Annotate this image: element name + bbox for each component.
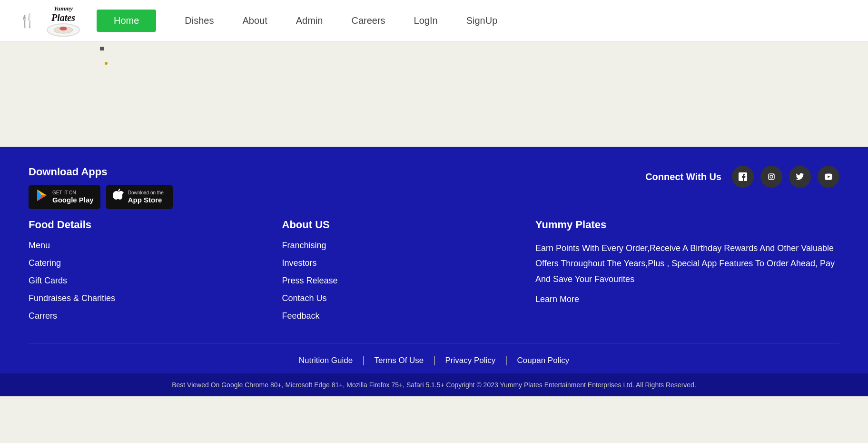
download-title: Download Apps xyxy=(29,166,173,178)
google-play-text: GET IT ON Google Play xyxy=(52,190,94,204)
app-badges: GET IT ON Google Play Download on the Ap… xyxy=(29,185,173,209)
dot-decoration-1 xyxy=(100,47,104,50)
about-link-feedback[interactable]: Feedback xyxy=(282,311,536,321)
about-col: About US Franchising Investors Press Rel… xyxy=(282,219,536,329)
twitter-icon[interactable] xyxy=(789,166,811,188)
download-section: Download Apps GET IT ON Google xyxy=(29,166,173,209)
nav-dishes[interactable]: Dishes xyxy=(185,15,214,26)
facebook-icon[interactable] xyxy=(732,166,754,188)
connect-title: Connect With Us xyxy=(645,171,721,182)
food-links: Menu Catering Gift Cards Fundraises & Ch… xyxy=(29,241,282,321)
google-play-icon xyxy=(35,189,49,205)
dot-decoration-2 xyxy=(105,62,108,65)
svg-point-2 xyxy=(59,27,67,30)
food-link-menu[interactable]: Menu xyxy=(29,241,282,251)
app-store-text: Download on the App Store xyxy=(128,190,164,204)
food-link-fundraises[interactable]: Fundraises & Charities xyxy=(29,293,282,303)
about-title: About US xyxy=(282,219,536,231)
about-link-investors[interactable]: Investors xyxy=(282,258,536,268)
logo-wrapper: Yummy Plates xyxy=(39,5,87,37)
terms-link[interactable]: Terms Of Use xyxy=(365,356,433,365)
home-button[interactable]: Home xyxy=(97,10,156,32)
food-details-title: Food Details xyxy=(29,219,282,231)
youtube-icon[interactable] xyxy=(818,166,839,188)
yummy-description: Earn Points With Every Order,Receive A B… xyxy=(535,241,839,287)
logo-main: Plates xyxy=(51,12,75,23)
svg-point-9 xyxy=(773,174,774,175)
footer: Download Apps GET IT ON Google xyxy=(0,147,868,373)
copyright-text: Best Viewed On Google Chrome 80+, Micros… xyxy=(172,381,696,389)
about-link-press[interactable]: Press Release xyxy=(282,276,536,286)
nav-careers[interactable]: Careers xyxy=(351,15,385,26)
nutrition-guide-link[interactable]: Nutrition Guide xyxy=(289,356,362,365)
nav-signup[interactable]: SignUp xyxy=(466,15,498,26)
food-link-carrers[interactable]: Carrers xyxy=(29,311,282,321)
yummy-title: Yummy Plates xyxy=(535,219,839,231)
yummy-col: Yummy Plates Earn Points With Every Orde… xyxy=(535,219,839,329)
main-content xyxy=(0,42,868,147)
about-links: Franchising Investors Press Release Cont… xyxy=(282,241,536,321)
copyright-bar: Best Viewed On Google Chrome 80+, Micros… xyxy=(0,373,868,396)
food-details-col: Food Details Menu Catering Gift Cards Fu… xyxy=(29,219,282,329)
svg-point-8 xyxy=(770,175,773,178)
food-link-giftcards[interactable]: Gift Cards xyxy=(29,276,282,286)
food-link-catering[interactable]: Catering xyxy=(29,258,282,268)
fork-knife-icon: 🍴 xyxy=(19,13,36,29)
logo-plate-svg xyxy=(47,23,80,37)
app-store-badge[interactable]: Download on the App Store xyxy=(106,185,173,209)
footer-bottom-links: Nutrition Guide | Terms Of Use | Privacy… xyxy=(29,343,839,373)
about-link-contact[interactable]: Contach Us xyxy=(282,293,536,303)
logo-area: 🍴 Yummy Plates xyxy=(19,5,87,37)
navbar: 🍴 Yummy Plates Home Dishes About Admin C… xyxy=(0,0,868,42)
connect-section: Connect With Us xyxy=(645,166,839,188)
nav-login[interactable]: LogIn xyxy=(414,15,438,26)
learn-more-link[interactable]: Learn More xyxy=(535,294,839,304)
logo-top: Yummy xyxy=(54,5,73,12)
instagram-icon[interactable] xyxy=(760,166,782,188)
apple-icon xyxy=(113,189,124,205)
privacy-link[interactable]: Privacy Policy xyxy=(436,356,505,365)
nav-links: Dishes About Admin Careers LogIn SignUp xyxy=(185,15,497,26)
about-link-franchising[interactable]: Franchising xyxy=(282,241,536,251)
google-play-badge[interactable]: GET IT ON Google Play xyxy=(29,185,100,209)
nav-about[interactable]: About xyxy=(243,15,267,26)
coupan-link[interactable]: Coupan Policy xyxy=(508,356,579,365)
footer-top-row: Download Apps GET IT ON Google xyxy=(29,166,839,209)
footer-columns: Food Details Menu Catering Gift Cards Fu… xyxy=(29,219,839,329)
nav-admin[interactable]: Admin xyxy=(296,15,323,26)
